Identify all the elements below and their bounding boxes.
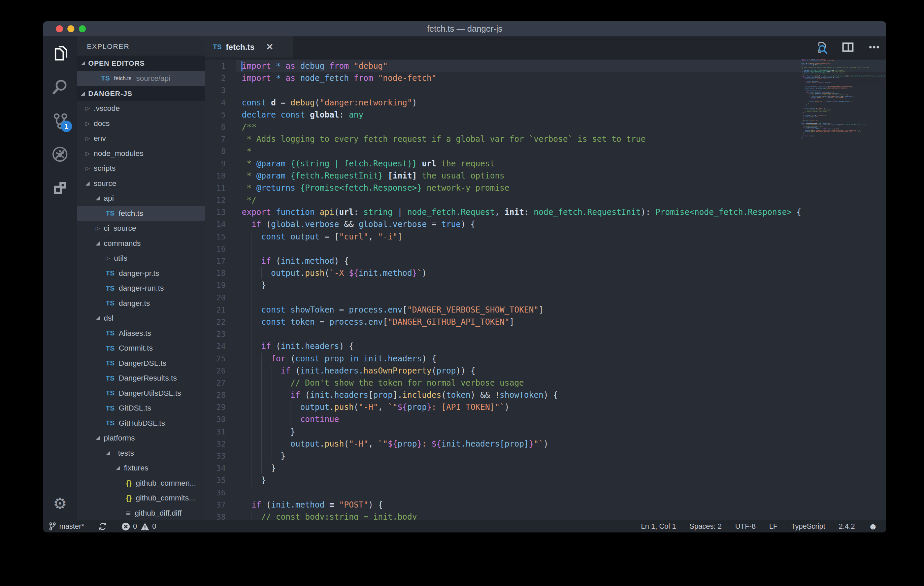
open-editor-item-fetch-ts[interactable]: TS fetch.ts source/api: [77, 71, 205, 86]
tree-item-label: github_commits...: [136, 494, 195, 502]
code-line-23: 23: [205, 328, 886, 340]
sync-icon: [98, 522, 107, 531]
indent-guide: [261, 401, 262, 413]
more-actions-button[interactable]: [867, 40, 881, 54]
debug-view-button[interactable]: [43, 137, 77, 171]
minimap[interactable]: import * as debug from "debug"import * a…: [799, 59, 886, 520]
code-line-12: 12 */: [205, 194, 886, 206]
indent-guide: [271, 450, 272, 462]
tab-fetch-ts[interactable]: TS fetch.ts ✕: [205, 36, 293, 58]
title-bar[interactable]: fetch.ts — danger-js: [43, 21, 886, 36]
tree-file-dangerutilsdsl-ts[interactable]: TSDangerUtilsDSL.ts: [77, 386, 205, 401]
tree-folder-commands[interactable]: commands: [77, 236, 205, 251]
tree-item-label: Commit.ts: [119, 344, 153, 353]
tab-bar: TS fetch.ts ✕: [205, 36, 886, 58]
typescript-file-icon: TS: [106, 359, 115, 367]
indent-guide: [281, 401, 282, 413]
tree-item-label: DangerDSL.ts: [119, 359, 167, 368]
tree-file-github-diff-diff[interactable]: ≡github_diff.diff: [77, 506, 205, 521]
code-line-38: 38 // const body:string = init.body: [205, 511, 886, 520]
tree-file-githubdsl-ts[interactable]: TSGitHubDSL.ts: [77, 416, 205, 431]
json-file-icon: {}: [126, 494, 132, 502]
tree-folder-node-modules[interactable]: ▷node_modules: [77, 146, 205, 161]
tree-file-fetch-ts[interactable]: TSfetch.ts: [77, 206, 205, 221]
chevron-collapsed-icon: ▷: [96, 226, 100, 231]
tree-folder-fixtures[interactable]: fixtures: [77, 461, 205, 476]
tree-item-label: danger-run.ts: [119, 284, 164, 293]
encoding-setting[interactable]: UTF-8: [735, 522, 756, 531]
tree-folder-docs[interactable]: ▷docs: [77, 116, 205, 131]
error-count[interactable]: 0: [121, 522, 137, 531]
indent-guide: [281, 389, 282, 401]
tree-folder-env[interactable]: ▷env: [77, 131, 205, 146]
line-number: 23: [205, 328, 236, 340]
settings-button[interactable]: ⚙: [43, 490, 77, 517]
line-number: 33: [205, 450, 236, 462]
typescript-file-icon: TS: [106, 389, 115, 397]
tree-folder--tests[interactable]: _tests: [77, 446, 205, 461]
chevron-expanded-icon: [106, 451, 110, 455]
tree-folder-source[interactable]: source: [77, 176, 205, 191]
language-mode[interactable]: TypeScript: [791, 522, 825, 531]
tree-folder-dsl[interactable]: dsl: [77, 311, 205, 326]
indentation-setting[interactable]: Spaces: 2: [690, 522, 722, 531]
sync-button[interactable]: [98, 522, 107, 531]
line-number: 26: [205, 365, 236, 377]
open-preview-button[interactable]: [814, 40, 829, 54]
tree-file-dangerresults-ts[interactable]: TSDangerResults.ts: [77, 371, 205, 386]
typescript-file-icon: TS: [106, 329, 115, 337]
typescript-file-icon: TS: [101, 74, 110, 82]
code-line-14: 14 if (global.verbose && global.verbose …: [205, 218, 886, 230]
git-branch-status[interactable]: master*: [48, 522, 84, 531]
indent-guide: [281, 413, 282, 425]
chevron-expanded-icon: [96, 196, 100, 200]
feedback-smiley-icon[interactable]: ☻: [868, 522, 878, 532]
tree-folder-ci-source[interactable]: ▷ci_source: [77, 221, 205, 236]
indent-guide: [281, 426, 282, 438]
open-editors-header[interactable]: OPEN EDITORS: [77, 56, 205, 71]
tree-file-commit-ts[interactable]: TSCommit.ts: [77, 341, 205, 356]
tree-item-label: danger.ts: [119, 299, 150, 308]
tree-file-dangerdsl-ts[interactable]: TSDangerDSL.ts: [77, 356, 205, 371]
tree-file-github-commen-[interactable]: {}github_commen...: [77, 476, 205, 491]
tree-item-label: scripts: [94, 164, 116, 173]
line-number: 5: [205, 109, 236, 121]
tree-file-danger-run-ts[interactable]: TSdanger-run.ts: [77, 281, 205, 296]
tree-folder-scripts[interactable]: ▷scripts: [77, 161, 205, 176]
editor-actions: [814, 36, 881, 58]
source-control-view-button[interactable]: 1: [43, 104, 77, 137]
tree-folder-utils[interactable]: ▷utils: [77, 251, 205, 266]
indent-guide: [290, 413, 291, 425]
tree-file-danger-ts[interactable]: TSdanger.ts: [77, 296, 205, 311]
tree-item-label: github_diff.diff: [135, 509, 182, 518]
project-root-header[interactable]: DANGER-JS: [77, 86, 205, 101]
tree-folder-api[interactable]: api: [77, 191, 205, 206]
tree-file-gitdsl-ts[interactable]: TSGitDSL.ts: [77, 401, 205, 416]
explorer-view-button[interactable]: [43, 36, 77, 70]
code-line-33: 33 }: [205, 450, 886, 462]
line-number: 20: [205, 292, 236, 304]
indent-guide: [252, 279, 252, 291]
diff-file-icon: ≡: [126, 508, 130, 518]
typescript-file-icon: TS: [106, 404, 115, 412]
tree-file-danger-pr-ts[interactable]: TSdanger-pr.ts: [77, 266, 205, 281]
tree-file-aliases-ts[interactable]: TSAliases.ts: [77, 326, 205, 341]
indent-guide: [252, 511, 252, 520]
search-view-button[interactable]: [43, 70, 77, 104]
line-number: 17: [205, 255, 236, 267]
extensions-view-button[interactable]: [43, 171, 77, 205]
eol-setting[interactable]: LF: [769, 522, 777, 531]
editor-group: TS fetch.ts ✕ 1impo: [205, 36, 886, 520]
tree-file-github-commits-[interactable]: {}github_commits...: [77, 491, 205, 506]
split-editor-button[interactable]: [840, 40, 855, 54]
code-line-27: 27 // Don't show the token for normal ve…: [205, 377, 886, 389]
line-number: 25: [205, 353, 236, 365]
cursor-position[interactable]: Ln 1, Col 1: [641, 522, 676, 531]
warning-count[interactable]: 0: [140, 522, 156, 531]
tree-item-label: _tests: [114, 449, 134, 458]
close-tab-icon[interactable]: ✕: [266, 42, 274, 52]
tree-folder--vscode[interactable]: ▷.vscode: [77, 101, 205, 116]
code-editor[interactable]: 1import * as debug from "debug"2import *…: [205, 58, 886, 520]
tree-folder-platforms[interactable]: platforms: [77, 431, 205, 446]
tree-item-label: GitDSL.ts: [119, 404, 151, 413]
